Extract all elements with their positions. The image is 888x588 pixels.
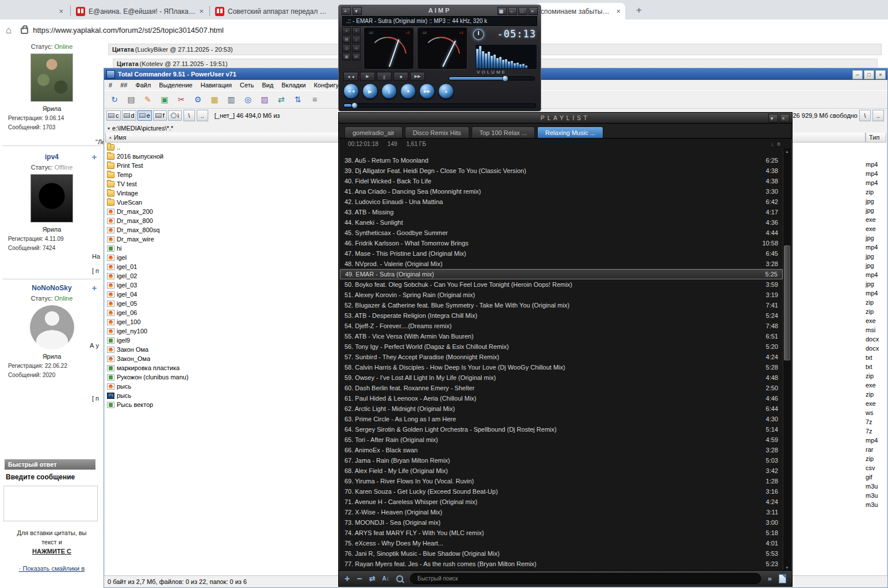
playlist-track-row[interactable]: 39. Dj Alligator Feat. Heidi Degn - Clos…: [340, 166, 783, 176]
parent-dir-button[interactable]: [197, 110, 208, 121]
search-icon[interactable]: [242, 94, 254, 105]
browser-tab-4[interactable]: споминаем забытый ...: [536, 3, 625, 20]
playlist-track-row[interactable]: 44. Kaneki - Sunlight 4:36: [340, 217, 783, 228]
avatar[interactable]: [30, 174, 73, 222]
ftp-icon[interactable]: [292, 94, 304, 105]
cut-icon[interactable]: [175, 94, 187, 105]
aimp-mini-button[interactable]: ⇄: [352, 53, 361, 60]
parent-dir-button[interactable]: [872, 110, 884, 121]
playlist-track-row[interactable]: 58. Calvin Harris & Disciples - How Deep…: [340, 362, 783, 372]
tc-menu-item[interactable]: Сеть: [240, 82, 254, 89]
add-button[interactable]: [345, 574, 350, 584]
playlist-track-row[interactable]: 52. Blugazer & Catherine feat. Blue Symm…: [340, 300, 783, 310]
pause-button[interactable]: [377, 72, 392, 81]
copy-icon[interactable]: [159, 94, 170, 105]
browser-tab-1[interactable]: [0, 3, 68, 20]
username-link[interactable]: NoNoNoSky: [0, 283, 104, 293]
playlist-track-row[interactable]: 66. AnimoEx - Black swan 3:28: [340, 445, 783, 455]
dropdown-icon[interactable]: [108, 126, 110, 131]
prev-button[interactable]: [343, 83, 359, 99]
tc-menu-item[interactable]: Файл: [135, 82, 151, 89]
settings-icon[interactable]: [192, 94, 204, 105]
aimp-mini-button[interactable]: ◎: [342, 44, 351, 52]
drive-f-button[interactable]: f: [153, 110, 167, 121]
network-icon[interactable]: [275, 94, 287, 105]
playlist-track-row[interactable]: 56. Tony Igy - Perfect World (Dagaz & Es…: [340, 341, 783, 352]
remove-button[interactable]: [357, 574, 362, 584]
tab-close-icon[interactable]: [616, 7, 621, 15]
playlist-tab[interactable]: Relaxing Music ...: [537, 126, 603, 138]
playlist-tab[interactable]: Disco Remix Hits: [405, 126, 469, 138]
playlist-track-row[interactable]: 45. Syntheticsax - Goodbye Summer 4:44: [340, 228, 783, 238]
playlist-shade-button[interactable]: ▾: [768, 114, 778, 122]
playlist-track-row[interactable]: 67. Jama - Rain (Bryan Milton Remix) 5:0…: [340, 455, 783, 466]
seek-slider[interactable]: [343, 103, 536, 107]
volume-knob[interactable]: [502, 75, 508, 82]
playlist-track-row[interactable]: 51. Alexey Korovin - Spring Rain (Origin…: [340, 290, 783, 300]
volume-slider[interactable]: [449, 76, 535, 80]
aimp-title-bar[interactable]: AIMP: [339, 5, 541, 16]
playlist-track-row[interactable]: 69. Yiruma - River Flows In You (Vocal. …: [340, 476, 783, 486]
avatar[interactable]: [30, 305, 74, 349]
root-dir-button[interactable]: [859, 110, 871, 121]
playlist-tab[interactable]: gomelradio_air: [345, 126, 403, 138]
stop-button[interactable]: [393, 72, 408, 81]
power-button[interactable]: [473, 29, 484, 40]
playlist-track-row[interactable]: 42. Ludovico Einaudi - Una Mattina 6:42: [340, 197, 783, 207]
user-anchor-icon[interactable]: [92, 153, 97, 162]
refresh-icon[interactable]: [109, 94, 120, 105]
aimp-mini-button[interactable]: ▤: [342, 36, 351, 43]
aimp-maximize-button[interactable]: [518, 7, 527, 15]
scroll-up-icon[interactable]: ▲: [783, 148, 791, 154]
pack-icon[interactable]: [259, 94, 270, 105]
playlist-track-row[interactable]: 63. Prime Circle - As Long as I am Here …: [340, 414, 783, 424]
playlist-track-row[interactable]: 59. Owsey - I've Lost All Light In My Li…: [340, 372, 783, 383]
playlist-track-row[interactable]: 61. Paul Hided & Leenoox - Aeria (Chillo…: [340, 393, 783, 403]
tc-menu-item[interactable]: Выделение: [159, 82, 192, 89]
playlist-track-row[interactable]: 77. Rayan Myers feat. Jes - As the rush …: [340, 559, 783, 569]
tc-minimize-button[interactable]: –: [852, 70, 863, 79]
tc-menu-item[interactable]: Вкладки: [281, 82, 305, 89]
drive-i-button[interactable]: i: [168, 110, 182, 121]
play-button[interactable]: [362, 83, 378, 99]
play-button[interactable]: [360, 72, 375, 81]
playlist-tab[interactable]: Top 100 Relax ...: [472, 126, 535, 138]
more-button[interactable]: [768, 574, 772, 583]
spectrum-analyzer[interactable]: [475, 44, 537, 70]
press-here-link[interactable]: НАЖМИТЕ С: [0, 548, 104, 555]
aimp-shade-button[interactable]: [353, 7, 362, 15]
playlist-track-row[interactable]: 68. Alex Field - My Life (Original Mix) …: [340, 466, 783, 476]
sort-button[interactable]: [382, 575, 389, 582]
edit-icon[interactable]: [142, 94, 154, 105]
next-button[interactable]: [419, 83, 435, 99]
tc-maximize-button[interactable]: □: [864, 70, 874, 79]
aimp-mini-button[interactable]: ♪: [352, 36, 361, 43]
playlist-track-row[interactable]: 40. Fidel Wicked - Back To Life 4:38: [340, 176, 783, 186]
playlist-title-bar[interactable]: PLAYLIST ▾ ×: [339, 113, 792, 124]
quick-reply-textarea[interactable]: [3, 486, 98, 521]
drive-d-button[interactable]: d: [122, 110, 136, 121]
playlist-track-row[interactable]: 46. Fridrik Karlsson - What Tomorrow Bri…: [340, 238, 783, 248]
playlist-track-row[interactable]: 74. ARYS feat MARY FLY - With You (MLC r…: [340, 528, 783, 538]
playlist-track-row[interactable]: 62. Arctic Light - Midnight (Original Mi…: [340, 403, 783, 414]
aimp-equalizer-button[interactable]: [497, 7, 507, 15]
playlist-track-row[interactable]: 76. Jani R, Sinoptik Music - Blue Shadow…: [340, 548, 783, 559]
tc-menu-item[interactable]: Навигация: [201, 82, 232, 89]
new-tab-button[interactable]: [633, 4, 645, 17]
tc-menu-item[interactable]: Вид: [262, 82, 274, 89]
stop-button[interactable]: [400, 83, 416, 99]
playlist-track-row[interactable]: 48. NVprod. - Valerie (Original Mix) 3:2…: [340, 259, 783, 269]
drive-e-button[interactable]: e: [137, 110, 152, 121]
aimp-minimize-button[interactable]: [508, 7, 517, 15]
eject-button[interactable]: [438, 83, 454, 99]
drive-c-button[interactable]: c: [106, 110, 121, 121]
playlist-track-row[interactable]: 75. eXcess - Why Does My Heart... 4:01: [340, 538, 783, 548]
search-input[interactable]: Быстрый поиск: [410, 573, 761, 584]
tab-close-icon[interactable]: [199, 7, 204, 15]
seek-knob[interactable]: [351, 102, 358, 109]
avatar[interactable]: [30, 53, 73, 102]
playlist-track-row[interactable]: 49. EMAR - Sutra (Original mix) 5:25: [340, 269, 783, 279]
scroll-down-icon[interactable]: ▼: [783, 564, 791, 570]
search-icon[interactable]: [396, 575, 403, 582]
playlist-track-row[interactable]: 60. Dash Berlin feat. Roxanne Emery - Sh…: [340, 383, 783, 393]
